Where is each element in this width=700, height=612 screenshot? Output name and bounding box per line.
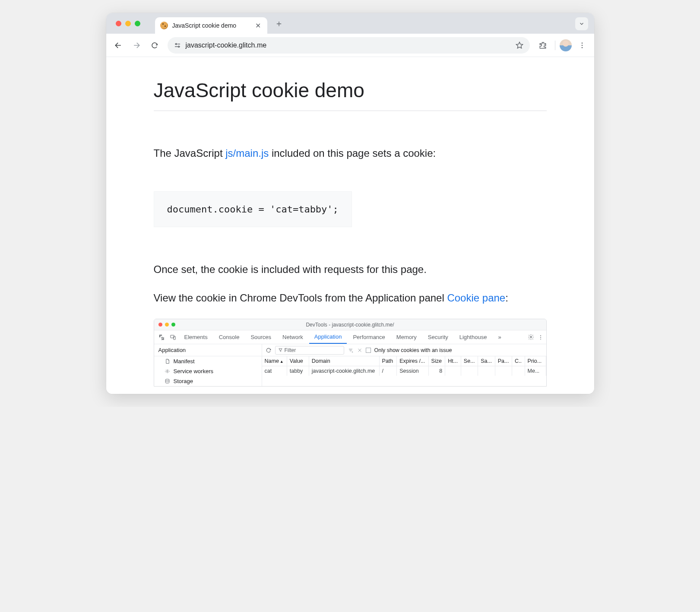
cookie-favicon-icon [160, 22, 168, 29]
browser-window: JavaScript cookie demo ✕ ＋ javascript-co… [106, 13, 594, 394]
para3-suffix: : [505, 292, 508, 304]
devtools-body: Application Manifest Service workers Sto… [154, 344, 546, 386]
reload-icon [266, 347, 272, 353]
address-bar[interactable]: javascript-cookie.glitch.me [168, 37, 530, 54]
devtools-tab-performance[interactable]: Performance [348, 330, 390, 344]
svg-point-1 [178, 46, 179, 47]
devtools-main: Filter Only show cookies with an issue [262, 344, 546, 386]
devtools-tab-application[interactable]: Application [309, 330, 347, 344]
svg-point-4 [581, 47, 583, 48]
gear-small-icon [165, 368, 170, 374]
devtools-tab-sources[interactable]: Sources [245, 330, 276, 344]
col-value[interactable]: Value [287, 356, 309, 366]
new-tab-button[interactable]: ＋ [272, 17, 285, 30]
devtools-minimize-button[interactable] [165, 323, 169, 327]
devtools-title: DevTools - javascript-cookie.glitch.me/ [154, 322, 546, 328]
close-window-button[interactable] [116, 21, 121, 26]
sidebar-header-application: Application [154, 344, 262, 356]
col-expires[interactable]: Expires /... [397, 356, 428, 366]
reload-icon [151, 41, 158, 49]
cell-size: 8 [428, 366, 445, 376]
sort-asc-icon: ▲ [280, 359, 284, 364]
device-toolbar-button[interactable] [168, 334, 178, 340]
svg-point-10 [540, 339, 541, 339]
filter-input[interactable]: Filter [275, 346, 344, 355]
sidebar-label-manifest: Manifest [174, 358, 195, 365]
cookies-table: Name▲ Value Domain Path Expires /... Siz… [262, 356, 546, 376]
svg-point-12 [165, 379, 169, 381]
gear-icon [528, 334, 534, 340]
cookie-pane-link[interactable]: Cookie pane [447, 292, 505, 304]
devtools-window-controls [158, 323, 175, 327]
col-size[interactable]: Size [428, 356, 445, 366]
col-cross[interactable]: C.. [512, 356, 525, 366]
devtools-sidebar: Application Manifest Service workers Sto… [154, 344, 262, 386]
document-icon [165, 358, 170, 364]
devtools-maximize-button[interactable] [171, 323, 175, 327]
devtools-tabs: Elements Console Sources Network Applica… [154, 330, 546, 344]
clear-filter-button[interactable] [348, 347, 354, 353]
browser-tab[interactable]: JavaScript cookie demo ✕ [155, 17, 267, 34]
svg-point-11 [166, 371, 168, 372]
col-httponly[interactable]: Ht... [445, 356, 461, 366]
sidebar-item-service-workers[interactable]: Service workers [154, 366, 262, 376]
close-tab-button[interactable]: ✕ [254, 22, 262, 30]
toolbar-divider [555, 41, 555, 50]
vertical-dots-icon [538, 334, 544, 340]
chrome-menu-button[interactable] [574, 38, 590, 53]
database-icon [165, 378, 170, 384]
clear-button[interactable] [357, 348, 362, 353]
main-js-link[interactable]: js/main.js [225, 147, 269, 159]
reload-button[interactable] [147, 38, 162, 53]
extensions-button[interactable] [535, 38, 551, 53]
para3-prefix: View the cookie in Chrome DevTools from … [154, 292, 447, 304]
devtools-tab-console[interactable]: Console [214, 330, 245, 344]
devtools-tab-lighthouse[interactable]: Lighthouse [454, 330, 492, 344]
site-settings-icon[interactable] [174, 41, 181, 49]
col-name[interactable]: Name▲ [262, 356, 287, 366]
devtools-tab-memory[interactable]: Memory [391, 330, 422, 344]
only-issues-checkbox[interactable]: Only show cookies with an issue [366, 347, 452, 353]
col-samesite[interactable]: Sa... [478, 356, 495, 366]
devtools-menu-button[interactable] [538, 334, 544, 340]
col-domain[interactable]: Domain [309, 356, 379, 366]
puzzle-icon [538, 41, 547, 50]
cell-secure [461, 366, 478, 376]
sidebar-item-storage[interactable]: Storage [154, 376, 262, 386]
tabs-dropdown-button[interactable] [575, 17, 588, 30]
table-row[interactable]: cat tabby javascript-cookie.glitch.me / … [262, 366, 546, 376]
col-secure[interactable]: Se... [461, 356, 478, 366]
forward-button[interactable] [129, 38, 144, 53]
tab-title: JavaScript cookie demo [172, 22, 250, 29]
checkbox-icon [366, 348, 371, 353]
devtools-more-tabs[interactable]: » [493, 330, 506, 344]
devtools-tab-network[interactable]: Network [277, 330, 308, 344]
star-icon [515, 41, 524, 50]
col-priority[interactable]: Prio... [525, 356, 546, 366]
devices-icon [170, 334, 176, 340]
devtools-settings-button[interactable] [528, 334, 534, 340]
sidebar-item-manifest[interactable]: Manifest [154, 356, 262, 366]
devtools-tab-security[interactable]: Security [423, 330, 453, 344]
devtools-close-button[interactable] [158, 323, 162, 327]
refresh-cookies-button[interactable] [266, 347, 272, 353]
arrow-right-icon [132, 41, 141, 50]
minimize-window-button[interactable] [125, 21, 131, 26]
cell-cross [512, 366, 525, 376]
devtools-tab-elements[interactable]: Elements [179, 330, 213, 344]
intro-paragraph: The JavaScript js/main.js included on th… [154, 146, 547, 161]
profile-avatar[interactable] [560, 39, 572, 51]
back-button[interactable] [111, 38, 126, 53]
cell-name: cat [262, 366, 287, 376]
col-path[interactable]: Path [379, 356, 397, 366]
cell-samesite [478, 366, 495, 376]
col-partition[interactable]: Pa... [495, 356, 512, 366]
code-block: document.cookie = 'cat=tabby'; [154, 191, 352, 227]
sidebar-label-storage: Storage [174, 378, 193, 384]
maximize-window-button[interactable] [135, 21, 140, 26]
close-icon [357, 348, 362, 353]
filter-placeholder: Filter [285, 347, 296, 353]
bookmark-button[interactable] [515, 41, 524, 50]
svg-point-8 [540, 335, 541, 336]
inspect-element-button[interactable] [157, 334, 167, 340]
